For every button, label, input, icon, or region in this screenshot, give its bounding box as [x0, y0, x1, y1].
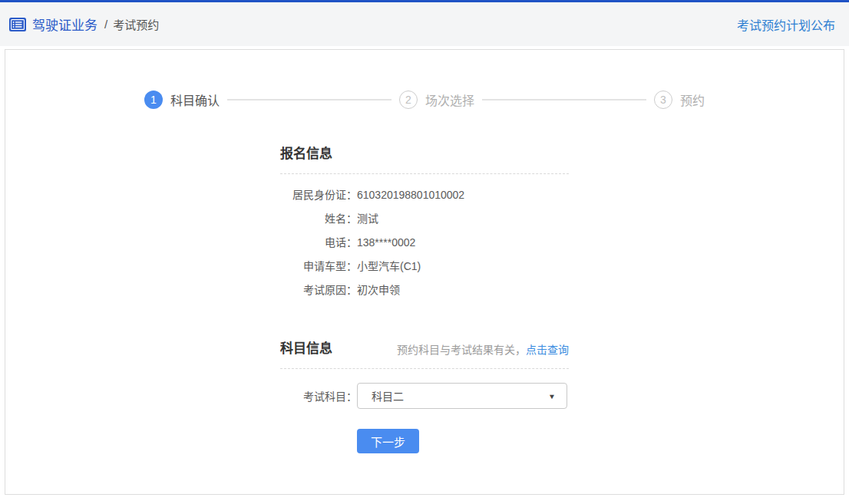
- exam-plan-announcement-link[interactable]: 考试预约计划公布: [737, 15, 835, 34]
- field-row-phone: 电话： 138****0002: [280, 231, 569, 255]
- list-menu-icon: [9, 18, 26, 31]
- field-value: 138****0002: [357, 231, 569, 255]
- step-connector-line: [227, 99, 391, 100]
- selected-subject-value: 科目二: [372, 388, 404, 404]
- chevron-down-icon: ▼: [548, 392, 556, 400]
- wizard-stepper: 1 科目确认 2 场次选择 3 预约: [144, 91, 705, 109]
- field-value: 测试: [357, 207, 569, 231]
- step-2-label: 场次选择: [425, 91, 474, 109]
- field-value: 610320198801010002: [357, 183, 569, 207]
- step-1-circle: 1: [144, 91, 163, 109]
- exam-booking-card: 1 科目确认 2 场次选择 3 预约 报名信息 居民身份证： 610320198…: [5, 49, 844, 495]
- next-step-button[interactable]: 下一步: [357, 429, 419, 453]
- breadcrumb-current-exam-booking: 考试预约: [113, 16, 159, 32]
- field-row-vehicle-type: 申请车型： 小型汽车(C1): [280, 255, 569, 278]
- exam-subject-select[interactable]: 科目二 ▼: [357, 383, 567, 409]
- field-row-name: 姓名： 测试: [280, 207, 569, 231]
- signup-info-fields: 居民身份证： 610320198801010002 姓名： 测试 电话： 138…: [280, 174, 569, 302]
- breadcrumb-separator: /: [104, 18, 107, 31]
- signup-info-section-header: 报名信息: [280, 143, 569, 174]
- signup-info-title: 报名信息: [280, 143, 332, 162]
- field-label: 居民身份证：: [280, 183, 357, 207]
- exam-subject-label: 考试科目：: [280, 388, 357, 404]
- field-label: 考试原因：: [280, 278, 357, 302]
- step-2-circle: 2: [399, 91, 418, 109]
- step-3-label: 预约: [680, 91, 705, 109]
- step-subject-confirm: 1 科目确认: [144, 91, 220, 109]
- step-1-label: 科目确认: [170, 91, 220, 109]
- form-content: 报名信息 居民身份证： 610320198801010002 姓名： 测试 电话…: [280, 143, 569, 453]
- field-value: 初次申领: [357, 278, 569, 302]
- step-3-circle: 3: [654, 91, 672, 109]
- top-header-bar: 驾驶证业务 / 考试预约 考试预约计划公布: [0, 0, 849, 46]
- field-label: 申请车型：: [280, 255, 357, 278]
- breadcrumb-root-driving-license[interactable]: 驾驶证业务: [32, 15, 97, 34]
- note-text: 预约科目与考试结果有关，: [397, 344, 526, 356]
- field-row-id-number: 居民身份证： 610320198801010002: [280, 183, 569, 207]
- exam-subject-row: 考试科目： 科目二 ▼: [280, 369, 569, 409]
- field-label: 姓名：: [280, 207, 357, 231]
- subject-info-section-header: 科目信息 预约科目与考试结果有关，点击查询: [280, 338, 569, 369]
- field-value: 小型汽车(C1): [357, 255, 569, 278]
- step-connector-line: [482, 99, 646, 100]
- step-session-select: 2 场次选择: [399, 91, 474, 109]
- subject-info-title: 科目信息: [280, 338, 332, 357]
- field-label: 电话：: [280, 231, 357, 255]
- field-row-exam-reason: 考试原因： 初次申领: [280, 278, 569, 302]
- step-booking: 3 预约: [654, 91, 705, 109]
- breadcrumb: 驾驶证业务 / 考试预约: [9, 15, 159, 34]
- subject-info-note: 预约科目与考试结果有关，点击查询: [397, 341, 569, 357]
- query-result-link[interactable]: 点击查询: [526, 344, 569, 356]
